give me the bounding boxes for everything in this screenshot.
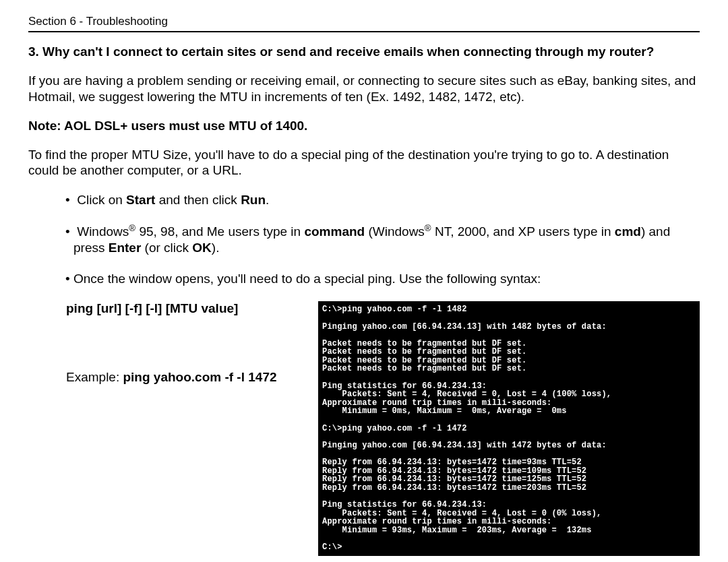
ping-example: Example: ping yahoo.com -f -l 1472 — [66, 370, 302, 385]
step2-text-d: (Windows — [365, 224, 425, 239]
registered-icon: ® — [129, 223, 135, 233]
step2-text-k: ). — [212, 241, 220, 255]
terminal-output: C:\>ping yahoo.com -f -l 1482 Pinging ya… — [318, 301, 700, 555]
step-3: Once the window opens, you'll need to do… — [65, 271, 700, 287]
step2-text-i: (or click — [141, 241, 192, 255]
note-aol: Note: AOL DSL+ users must use MTU of 140… — [28, 119, 700, 133]
example-command: ping yahoo.com -f -l 1472 — [123, 370, 276, 384]
example-label: Example: — [66, 370, 123, 384]
registered-icon: ® — [425, 223, 431, 233]
step2-text-a: Windows — [77, 224, 129, 239]
step1-text-e: . — [266, 193, 269, 207]
question-heading: 3. Why can't I connect to certain sites … — [28, 44, 700, 59]
step2-command: command — [304, 224, 365, 239]
step1-run-start: Start — [126, 193, 155, 207]
step2-ok: OK — [192, 241, 212, 255]
step1-run-run: Run — [241, 193, 266, 207]
steps-list: Click on Start and then click Run. Windo… — [28, 192, 700, 286]
paragraph-1: If you are having a problem sending or r… — [28, 73, 700, 105]
step-1: Click on Start and then click Run. — [65, 192, 700, 208]
paragraph-2: To find the proper MTU Size, you'll have… — [28, 147, 700, 179]
step1-text-c: and then click — [155, 193, 241, 207]
section-header: Section 6 - Troubleshooting — [28, 15, 700, 28]
step2-enter: Enter — [109, 241, 142, 255]
step2-cmd: cmd — [615, 224, 641, 239]
step1-text-a: Click on — [77, 193, 126, 207]
step2-text-b: 95, 98, and Me users type in — [135, 224, 304, 239]
step2-text-e: NT, 2000, and XP users type in — [431, 224, 615, 239]
top-rule — [28, 31, 700, 32]
step-2: Windows® 95, 98, and Me users type in co… — [65, 223, 700, 256]
ping-syntax: ping [url] [-f] [-l] [MTU value] — [66, 301, 302, 316]
